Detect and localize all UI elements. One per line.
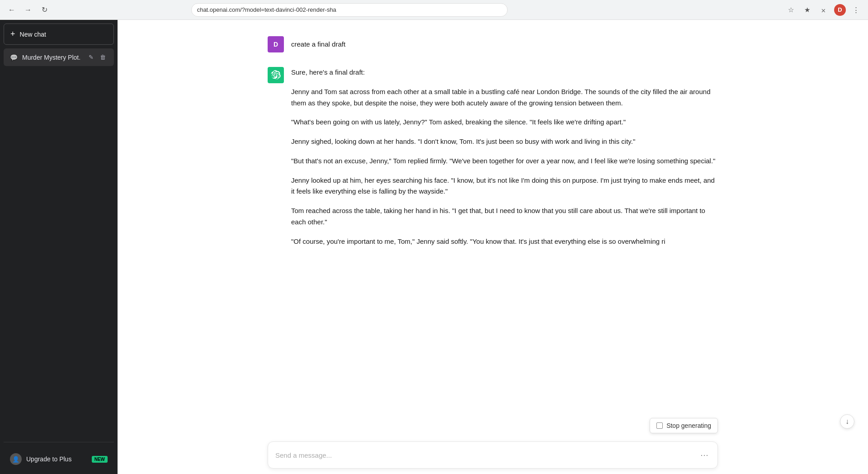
scroll-down-button[interactable]: ↓	[840, 414, 854, 429]
extension-icon[interactable]: ⨉	[817, 4, 830, 16]
sidebar-item-murder-mystery[interactable]: 💬 Murder Mystery Plot. ✎ 🗑	[4, 48, 114, 66]
input-wrapper: ⋯	[268, 441, 718, 469]
chat-input[interactable]	[275, 450, 698, 460]
new-chat-label: New chat	[20, 31, 46, 38]
input-actions: ⋯	[698, 448, 710, 462]
user-avatar: D	[268, 36, 284, 52]
paragraph-2: "What's been going on with us lately, Je…	[291, 117, 718, 128]
paragraph-4: "But that's not an excuse, Jenny," Tom r…	[291, 156, 718, 167]
chat-icon: 💬	[10, 54, 18, 61]
forward-button[interactable]: →	[22, 4, 34, 16]
new-chat-button[interactable]: + New chat	[4, 24, 114, 45]
user-icon: 👤	[10, 453, 22, 465]
sidebar: + New chat 💬 Murder Mystery Plot. ✎ 🗑 👤 …	[0, 20, 118, 474]
assistant-avatar	[268, 67, 284, 83]
star-icon[interactable]: ★	[801, 4, 814, 16]
url-text: chat.openai.com/?model=text-davinci-002-…	[197, 6, 336, 13]
stop-generating-wrapper: Stop generating	[650, 418, 718, 433]
chevron-down-icon: ↓	[845, 417, 849, 426]
new-badge: NEW	[92, 456, 108, 463]
upgrade-label: Upgrade to Plus	[26, 455, 87, 463]
address-bar[interactable]: chat.openai.com/?model=text-davinci-002-…	[191, 3, 508, 17]
paragraph-1: Jenny and Tom sat across from each other…	[291, 86, 718, 109]
menu-icon[interactable]: ⋮	[850, 4, 863, 16]
edit-button[interactable]: ✎	[87, 53, 95, 62]
stop-generating-label: Stop generating	[666, 422, 711, 429]
sidebar-bottom: 👤 Upgrade to Plus NEW	[4, 442, 114, 470]
assistant-intro: Sure, here's a final draft:	[291, 67, 718, 78]
assistant-message-content: Sure, here's a final draft: Jenny and To…	[291, 67, 718, 247]
assistant-message-row: Sure, here's a final draft: Jenny and To…	[118, 60, 868, 254]
paragraph-3: Jenny sighed, looking down at her hands.…	[291, 136, 718, 147]
sidebar-item-label: Murder Mystery Plot.	[22, 54, 82, 61]
stop-checkbox-icon	[656, 422, 663, 429]
input-area: Stop generating ↓ ⋯	[118, 436, 868, 474]
profile-icon[interactable]: D	[834, 4, 846, 16]
back-button[interactable]: ←	[5, 4, 18, 16]
paragraph-7: "Of course, you're important to me, Tom,…	[291, 236, 718, 247]
main-content: D create a final draft Sure, here's a fi…	[118, 20, 868, 474]
plus-icon: +	[10, 29, 15, 39]
sidebar-item-actions: ✎ 🗑	[87, 53, 108, 62]
paragraph-5: Jenny looked up at him, her eyes searchi…	[291, 175, 718, 198]
app-container: + New chat 💬 Murder Mystery Plot. ✎ 🗑 👤 …	[0, 20, 868, 474]
browser-toolbar: ☆ ★ ⨉ D ⋮	[785, 4, 863, 16]
user-message-content: create a final draft	[291, 36, 718, 50]
delete-button[interactable]: 🗑	[98, 53, 108, 62]
upgrade-to-plus-button[interactable]: 👤 Upgrade to Plus NEW	[4, 448, 114, 470]
chat-area[interactable]: D create a final draft Sure, here's a fi…	[118, 20, 868, 436]
paragraph-6: Tom reached across the table, taking her…	[291, 205, 718, 228]
bookmark-icon[interactable]: ☆	[785, 4, 797, 16]
reload-button[interactable]: ↻	[38, 4, 51, 16]
user-message-row: D create a final draft	[118, 29, 868, 60]
browser-chrome: ← → ↻ chat.openai.com/?model=text-davinc…	[0, 0, 868, 20]
stop-generating-button[interactable]: Stop generating	[650, 418, 718, 433]
more-options-button[interactable]: ⋯	[698, 448, 710, 462]
profile-avatar: D	[834, 4, 846, 16]
